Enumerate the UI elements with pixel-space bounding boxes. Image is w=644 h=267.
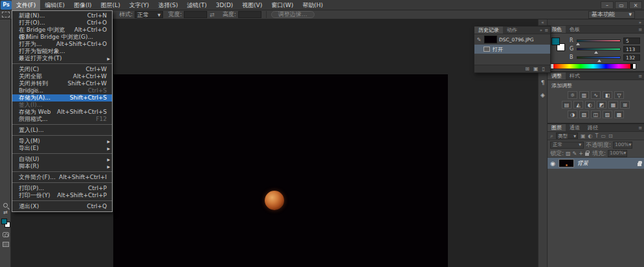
color-balance-icon[interactable]: ◭ (573, 101, 583, 109)
menu-bar-item[interactable]: 图层(L) (96, 0, 125, 10)
expand-dock-icon[interactable]: « (539, 19, 547, 26)
gradient-map-icon[interactable]: ▩ (614, 111, 624, 118)
history-state-row[interactable]: 打开 (474, 45, 550, 54)
vibrance-icon[interactable]: ▽ (614, 91, 624, 99)
file-menu-item[interactable]: 关闭并转到 Bridge... Shift+Ctrl+W (12, 80, 112, 87)
fill-input[interactable]: 100%▾ (608, 150, 627, 157)
menu-bar-item[interactable]: 滤镜(T) (183, 0, 212, 10)
threshold-icon[interactable]: ◫ (591, 111, 601, 118)
photo-filter-icon[interactable]: ◩ (597, 101, 606, 109)
menu-bar-item[interactable]: 文字(Y) (125, 0, 154, 10)
new-snapshot-icon[interactable]: ▣ (533, 66, 539, 72)
panel-menu-icon[interactable]: ≡ (638, 27, 642, 32)
new-document-from-state-icon[interactable]: ⊞ (525, 66, 529, 72)
menu-bar-item[interactable]: 帮助(H) (298, 0, 328, 10)
file-menu-item[interactable]: 打开(O)... Ctrl+O (12, 19, 112, 27)
height-input[interactable] (238, 11, 261, 18)
quick-mask-button[interactable] (3, 232, 9, 237)
curves-icon[interactable]: ∿ (591, 91, 601, 99)
screen-mode-button[interactable] (3, 242, 9, 247)
foreground-color-swatch[interactable] (551, 37, 560, 45)
file-menu-item[interactable]: 脚本(R) (12, 163, 112, 172)
hue-saturation-icon[interactable]: ▤ (562, 101, 572, 109)
file-menu-item[interactable]: 在 Mini Bridge 中浏览(G)... (12, 34, 112, 41)
file-menu-item[interactable]: 导入(M) (12, 138, 112, 145)
panel-menu-icon[interactable]: ≡ (638, 74, 642, 79)
menu-bar-item[interactable]: 视图(V) (238, 0, 267, 10)
close-button[interactable]: × (629, 1, 642, 9)
file-menu-item[interactable]: 打开为... Alt+Shift+Ctrl+O (12, 41, 112, 48)
marquee-tool-icon[interactable] (2, 12, 10, 17)
tab-history[interactable]: 历史记录 (474, 27, 503, 34)
file-menu-item[interactable]: 打印一份(Y) Alt+Shift+Ctrl+P (12, 192, 112, 201)
lock-all-icon[interactable] (585, 153, 589, 156)
lock-position-icon[interactable]: + (579, 151, 583, 156)
menu-bar-item[interactable]: 窗口(W) (267, 0, 298, 10)
file-menu-item[interactable]: 存储为 Web 所用格式... Alt+Shift+Ctrl+S (12, 109, 112, 116)
file-menu-item[interactable]: 打开为智能对象... (12, 48, 112, 55)
restore-button[interactable]: ▭ (615, 1, 628, 9)
swap-dimensions-icon[interactable]: ⇄ (210, 12, 215, 18)
channel-mixer-icon[interactable]: ▦ (608, 101, 618, 109)
tab-paths[interactable]: 路径 (584, 124, 602, 131)
collapse-panel-icon[interactable]: » (540, 28, 542, 33)
filter-adjustment-layers-icon[interactable]: ◐ (588, 133, 593, 139)
menu-bar-item[interactable]: 文件(F) (12, 0, 40, 10)
menu-bar-item[interactable]: 3D(D) (211, 0, 238, 10)
filter-type-layers-icon[interactable]: T (595, 133, 599, 139)
menu-bar-item[interactable]: 图像(I) (69, 0, 96, 10)
file-menu-item[interactable]: 恢复(V) F12 (12, 116, 112, 125)
panel-menu-icon[interactable]: ≡ (544, 28, 548, 33)
file-menu-item[interactable]: 签入(I)... (12, 101, 112, 109)
file-menu-item[interactable]: 关闭(C) Ctrl+W (12, 66, 112, 73)
lock-image-pixels-icon[interactable]: ✎ (573, 151, 577, 156)
file-menu-item[interactable]: 存储为(A)... Shift+Ctrl+S (12, 94, 112, 101)
tab-actions[interactable]: 动作 (503, 27, 521, 34)
file-menu-item[interactable]: 在 Bridge 中浏览(B)... Alt+Ctrl+O (12, 27, 112, 34)
color-spectrum-ramp[interactable] (550, 63, 636, 69)
tab-layers[interactable]: 图层 (548, 124, 566, 131)
selective-color-icon[interactable]: ▨ (603, 111, 612, 118)
swap-colors-icon[interactable]: ⇄ (3, 210, 8, 215)
zoom-tool-icon[interactable] (3, 203, 8, 208)
document-image[interactable] (113, 74, 448, 267)
3d-panel-icon[interactable]: ◈ (539, 91, 547, 99)
brightness-contrast-icon[interactable]: ☼ (568, 91, 577, 99)
file-menu-item[interactable]: 存储(S) Ctrl+S (12, 87, 112, 94)
tab-adjustments[interactable]: 调整 (548, 72, 566, 80)
tab-swatches[interactable]: 色板 (566, 26, 584, 33)
file-menu-item[interactable]: 导出(E) (12, 145, 112, 154)
collapse-dock-icon[interactable]: » (548, 19, 644, 26)
style-select[interactable]: 正常▾ (135, 11, 163, 18)
refine-edge-button[interactable]: 调整边缘… (271, 11, 315, 18)
menu-bar-item[interactable]: 编辑(E) (40, 0, 69, 10)
lock-transparent-pixels-icon[interactable]: ▨ (566, 151, 571, 156)
layer-row-background[interactable]: ◉ 背景 (548, 158, 644, 169)
file-menu-item[interactable]: 最近打开文件(T) (12, 55, 112, 64)
file-menu-item[interactable]: 打印(P)... Ctrl+P (12, 185, 112, 192)
menu-bar-item[interactable]: 选择(S) (153, 0, 183, 10)
blend-mode-select[interactable]: 正常▾ (550, 142, 584, 149)
invert-icon[interactable]: ◑ (568, 111, 577, 118)
file-menu-item[interactable]: 退出(X) Ctrl+Q (12, 203, 112, 210)
paragraph-panel-icon[interactable]: ¶ (539, 79, 547, 87)
layer-visibility-icon[interactable]: ◉ (550, 160, 555, 167)
file-menu-item[interactable]: 关闭全部 Alt+Ctrl+W (12, 73, 112, 80)
filter-kind-select[interactable]: 类型▾ (556, 133, 578, 139)
tab-styles[interactable]: 样式 (566, 72, 584, 80)
file-menu-item[interactable]: 文件简介(F)... Alt+Shift+Ctrl+I (12, 174, 112, 183)
filter-smart-objects-icon[interactable]: ⊡ (608, 133, 613, 139)
posterize-icon[interactable]: ▧ (579, 111, 589, 118)
delete-state-icon[interactable]: ▯ (542, 66, 545, 72)
workspace-switcher[interactable]: 基本功能▾ (588, 11, 635, 19)
width-input[interactable] (184, 11, 207, 18)
black-white-icon[interactable]: ◐ (585, 101, 595, 109)
file-menu-item[interactable]: 自动(U) (12, 156, 112, 163)
file-menu-item[interactable]: 新建(N)... Ctrl+N (12, 12, 112, 19)
opacity-input[interactable]: 100%▾ (613, 142, 632, 149)
tab-channels[interactable]: 通道 (566, 124, 584, 131)
history-snapshot-row[interactable]: ✎ DSC_0796.JPG (474, 34, 550, 45)
minimize-button[interactable]: – (601, 1, 614, 9)
filter-shape-layers-icon[interactable]: ▭ (601, 133, 606, 139)
layer-thumbnail[interactable] (559, 159, 574, 167)
